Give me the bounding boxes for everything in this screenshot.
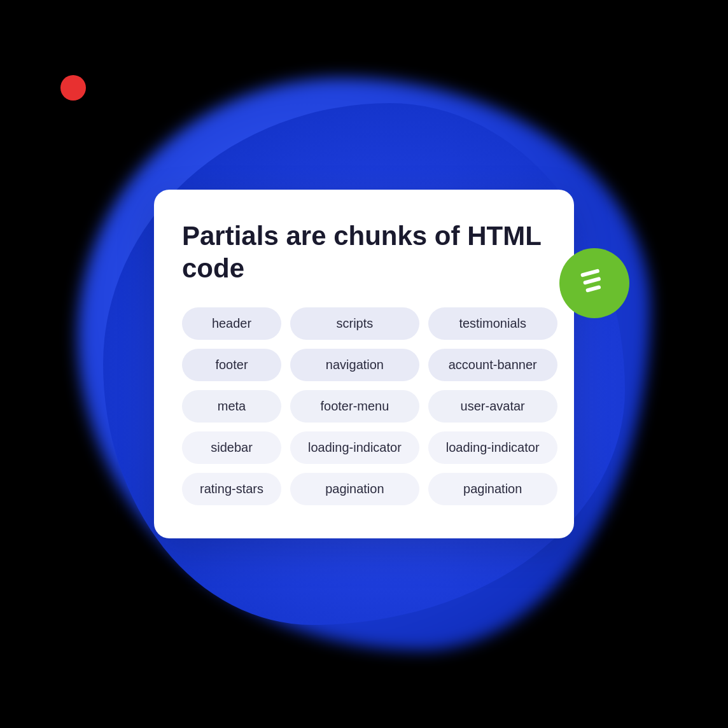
red-dot: [60, 75, 86, 101]
tag-item: pagination: [428, 473, 557, 505]
tag-item: header: [182, 307, 281, 340]
tag-item: pagination: [290, 473, 419, 505]
tag-item: navigation: [290, 349, 419, 381]
tag-item: sidebar: [182, 431, 281, 464]
tag-item: loading-indicator: [428, 431, 557, 464]
scene: Partials are chunks of HTML code headers…: [0, 0, 728, 728]
tag-item: testimonials: [428, 307, 557, 340]
card-title: Partials are chunks of HTML code: [182, 220, 546, 284]
tag-item: scripts: [290, 307, 419, 340]
tag-item: footer: [182, 349, 281, 381]
tag-item: user-avatar: [428, 390, 557, 423]
tag-item: account-banner: [428, 349, 557, 381]
tag-item: loading-indicator: [290, 431, 419, 464]
card: Partials are chunks of HTML code headers…: [154, 190, 574, 538]
tag-item: footer-menu: [290, 390, 419, 423]
svg-rect-0: [580, 269, 600, 277]
tags-grid: headerscriptstestimonialsfooternavigatio…: [182, 307, 546, 505]
green-circle-icon: [559, 248, 629, 318]
tag-item: rating-stars: [182, 473, 281, 505]
tag-item: meta: [182, 390, 281, 423]
svg-rect-1: [583, 277, 601, 285]
svg-rect-2: [585, 285, 601, 293]
